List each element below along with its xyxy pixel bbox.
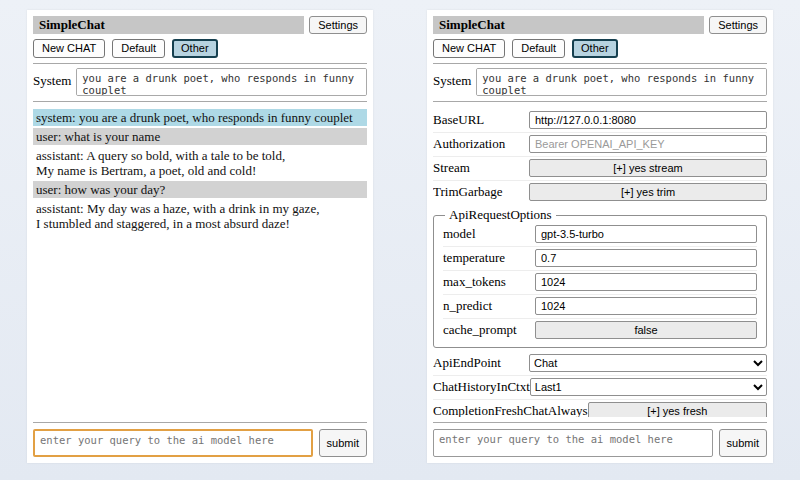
setting-row-n-predict: n_predict (443, 295, 757, 319)
new-chat-button[interactable]: New CHAT (433, 39, 505, 58)
divider (433, 422, 767, 423)
chat-message-assistant: assistant: A query so bold, with a tale … (33, 147, 367, 179)
chat-message-user: user: how was your day? (33, 181, 367, 198)
divider (33, 101, 367, 102)
system-prompt-input[interactable]: you are a drunk poet, who responds in fu… (476, 68, 767, 96)
setting-row-authorization: Authorization (433, 133, 767, 157)
n-predict-input[interactable] (535, 297, 757, 315)
setting-row-completion-fresh: CompletionFreshChatAlways [+] yes fresh (433, 400, 767, 417)
base-url-label: BaseURL (433, 112, 484, 128)
query-input[interactable] (433, 429, 713, 457)
api-request-options-fieldset: ApiRequestOptions model temperature max_… (433, 207, 767, 348)
query-row: submit (433, 429, 767, 457)
session-default-button[interactable]: Default (512, 39, 565, 58)
api-endpoint-select[interactable]: Chat (529, 354, 767, 372)
setting-row-chat-history: ChatHistoryInCtxt Last1 (433, 376, 767, 400)
base-url-input[interactable] (529, 111, 767, 129)
setting-row-baseurl: BaseURL (433, 109, 767, 133)
completion-fresh-toggle-button[interactable]: [+] yes fresh (588, 402, 767, 417)
divider (33, 422, 367, 423)
submit-button[interactable]: submit (319, 429, 367, 457)
header-row: SimpleChat Settings (33, 16, 367, 34)
header-row: SimpleChat Settings (433, 16, 767, 34)
system-prompt-label: System (33, 68, 71, 89)
session-toolbar: New CHAT Default Other (433, 39, 767, 58)
session-default-button[interactable]: Default (112, 39, 165, 58)
model-label: model (443, 226, 476, 242)
n-predict-label: n_predict (443, 298, 492, 314)
title-bar: SimpleChat (33, 16, 304, 34)
system-prompt-input[interactable]: you are a drunk poet, who responds in fu… (76, 68, 367, 96)
app-title: SimpleChat (39, 17, 105, 32)
chat-message-system: system: you are a drunk poet, who respon… (33, 109, 367, 126)
submit-button[interactable]: submit (719, 429, 767, 457)
query-input[interactable] (33, 429, 313, 457)
completion-fresh-label: CompletionFreshChatAlways (433, 403, 588, 417)
new-chat-button[interactable]: New CHAT (33, 39, 105, 58)
api-endpoint-label: ApiEndPoint (433, 355, 501, 371)
api-request-options-legend: ApiRequestOptions (445, 207, 556, 223)
chat-log: system: you are a drunk poet, who respon… (33, 109, 367, 417)
settings-button[interactable]: Settings (709, 16, 767, 34)
divider (33, 63, 367, 64)
authorization-label: Authorization (433, 136, 505, 152)
session-other-button[interactable]: Other (572, 39, 618, 58)
settings-panel: BaseURL Authorization Stream [+] yes str… (433, 109, 767, 417)
temperature-input[interactable] (535, 249, 757, 267)
setting-row-model: model (443, 223, 757, 247)
cache-prompt-toggle-button[interactable]: false (535, 321, 757, 339)
title-bar: SimpleChat (433, 16, 704, 34)
divider (433, 101, 767, 102)
temperature-label: temperature (443, 250, 505, 266)
chat-history-select[interactable]: Last1 (530, 378, 767, 396)
trim-garbage-label: TrimGarbage (433, 184, 503, 200)
system-prompt-row: System you are a drunk poet, who respond… (433, 68, 767, 96)
setting-row-temperature: temperature (443, 247, 757, 271)
chat-window: SimpleChat Settings New CHAT Default Oth… (27, 10, 373, 463)
setting-row-trimgarbage: TrimGarbage [+] yes trim (433, 181, 767, 204)
system-prompt-label: System (433, 68, 471, 89)
chat-message-user: user: what is your name (33, 128, 367, 145)
divider (433, 63, 767, 64)
trim-garbage-toggle-button[interactable]: [+] yes trim (529, 183, 767, 201)
stream-label: Stream (433, 160, 470, 176)
chat-history-label: ChatHistoryInCtxt (433, 379, 530, 395)
chat-message-assistant: assistant: My day was a haze, with a dri… (33, 200, 367, 232)
settings-window: SimpleChat Settings New CHAT Default Oth… (427, 10, 773, 463)
max-tokens-label: max_tokens (443, 274, 506, 290)
system-prompt-row: System you are a drunk poet, who respond… (33, 68, 367, 96)
stream-toggle-button[interactable]: [+] yes stream (529, 159, 767, 177)
max-tokens-input[interactable] (535, 273, 757, 291)
authorization-input[interactable] (529, 135, 767, 153)
session-other-button[interactable]: Other (172, 39, 218, 58)
settings-button[interactable]: Settings (309, 16, 367, 34)
app-title: SimpleChat (439, 17, 505, 32)
cache-prompt-label: cache_prompt (443, 322, 517, 338)
session-toolbar: New CHAT Default Other (33, 39, 367, 58)
model-input[interactable] (535, 225, 757, 243)
setting-row-stream: Stream [+] yes stream (433, 157, 767, 181)
query-row: submit (33, 429, 367, 457)
setting-row-cache-prompt: cache_prompt false (443, 319, 757, 342)
setting-row-max-tokens: max_tokens (443, 271, 757, 295)
setting-row-api-endpoint: ApiEndPoint Chat (433, 352, 767, 376)
